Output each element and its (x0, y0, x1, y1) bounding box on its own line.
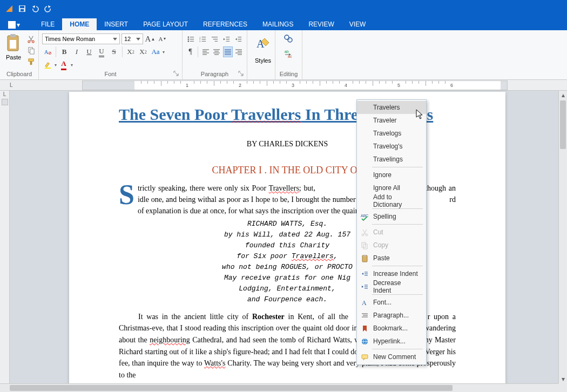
format-painter-icon[interactable] (26, 57, 36, 66)
superscript-button[interactable]: X2 (125, 46, 136, 57)
tab-insert[interactable]: INSERT (97, 18, 136, 30)
font-size-combo[interactable]: 12 (122, 33, 143, 44)
group-paragraph-label: Paragraph (186, 71, 244, 78)
svg-rect-2 (20, 6, 24, 8)
cut-icon[interactable] (26, 34, 36, 44)
highlight-color-button[interactable] (42, 59, 53, 70)
paste-button[interactable]: Paste (3, 32, 24, 62)
tab-page-layout[interactable]: PAGE LAYOUT (136, 18, 195, 30)
svg-point-63 (362, 234, 364, 236)
save-icon[interactable] (17, 4, 27, 13)
svg-text:⊘: ⊘ (48, 51, 51, 56)
cm-suggestion-4[interactable]: Travelings (357, 153, 426, 166)
vertical-ruler[interactable]: L (0, 91, 10, 383)
replace-icon[interactable]: abac (284, 48, 294, 59)
cut-icon (360, 228, 369, 236)
group-font-label: Font (42, 71, 179, 78)
document-page[interactable]: The Seven Poor Travellers In Three Chapt… (69, 92, 505, 383)
styles-button[interactable]: A Styles (251, 33, 275, 64)
grow-font-icon[interactable]: A▲ (145, 33, 156, 44)
comment-icon (360, 353, 369, 361)
paragraph-dialog-launcher[interactable] (238, 71, 245, 77)
v-scroll-thumb[interactable] (560, 100, 566, 149)
tab-view[interactable]: VIEW (342, 18, 374, 30)
tab-references[interactable]: REFERENCES (195, 18, 255, 30)
svg-point-57 (288, 38, 292, 42)
cm-spelling[interactable]: ABCSpelling (357, 210, 426, 223)
bold-button[interactable]: B (59, 46, 70, 57)
cm-paragraph[interactable]: Paragraph... (357, 309, 426, 322)
align-justify-button[interactable] (223, 46, 233, 57)
cm-suggestion-3[interactable]: Travelog's (357, 140, 426, 153)
multilevel-list-button[interactable] (210, 33, 220, 44)
scroll-corner (558, 383, 567, 392)
group-paragraph: 123 ¶ Paragraph (183, 30, 247, 79)
double-underline-button[interactable]: U (96, 46, 107, 57)
svg-point-9 (28, 40, 30, 43)
font-color-button[interactable]: A (58, 59, 69, 70)
svg-rect-68 (363, 255, 366, 256)
document-area: L The Seven Poor Travellers In Three Cha… (0, 91, 558, 383)
align-center-button[interactable] (212, 46, 221, 57)
context-menu: Travelers Traveler Travelogs Travelog's … (356, 99, 427, 365)
strikethrough-button[interactable]: S (109, 46, 119, 57)
clear-formatting-icon[interactable]: A⊘ (42, 46, 53, 57)
cm-hyperlink[interactable]: Hyperlink... (357, 335, 426, 348)
cm-add-dictionary[interactable]: Add to Dictionary (357, 194, 426, 207)
bullets-button[interactable] (186, 33, 196, 44)
cm-decrease-indent[interactable]: Decrease Indent (357, 280, 426, 293)
ruler-left-label: L (10, 82, 13, 88)
find-replace-icon[interactable] (284, 34, 294, 45)
numbering-button[interactable]: 123 (198, 33, 208, 44)
svg-line-58 (288, 39, 289, 40)
svg-rect-17 (44, 67, 50, 69)
cm-suggestion-1[interactable]: Traveler (357, 114, 426, 127)
decrease-indent-button[interactable] (221, 33, 232, 44)
group-editing-label: Editing (279, 71, 299, 78)
bookmark-icon (360, 324, 369, 333)
svg-rect-12 (30, 49, 34, 53)
tab-mailings[interactable]: MAILINGS (255, 18, 301, 30)
cm-suggestion-2[interactable]: Travelogs (357, 127, 426, 140)
font-dialog-launcher[interactable] (173, 71, 180, 77)
cm-suggestion-0[interactable]: Travelers (357, 101, 426, 114)
cm-paste[interactable]: Paste (357, 252, 426, 265)
vertical-scrollbar[interactable]: ▴ ▾ (558, 91, 567, 383)
cm-new-comment[interactable]: New Comment (357, 350, 426, 363)
redo-icon[interactable] (43, 4, 53, 13)
increase-indent-button[interactable] (233, 33, 244, 44)
shrink-font-icon[interactable]: A▼ (157, 33, 168, 44)
align-right-button[interactable] (234, 46, 244, 57)
group-clipboard-label: Clipboard (3, 71, 35, 78)
copy-icon (360, 241, 369, 249)
svg-point-18 (188, 36, 189, 37)
tab-home[interactable]: HOME (62, 18, 97, 30)
cm-font[interactable]: AFont... (357, 296, 426, 309)
font-icon: A (360, 298, 369, 307)
group-editing: abac Editing (275, 30, 302, 79)
horizontal-ruler[interactable]: L 123456 (0, 80, 567, 91)
tab-review[interactable]: REVIEW (301, 18, 341, 30)
svg-rect-13 (28, 58, 33, 61)
italic-button[interactable]: I (71, 46, 82, 57)
pilcrow-button[interactable]: ¶ (186, 46, 195, 57)
align-left-button[interactable] (201, 46, 210, 57)
svg-text:ac: ac (288, 55, 292, 58)
copy-icon[interactable] (26, 45, 36, 55)
undo-icon[interactable] (30, 4, 40, 13)
subscript-button[interactable]: X2 (138, 46, 148, 57)
cm-ignore[interactable]: Ignore (357, 168, 426, 181)
horizontal-scrollbar[interactable] (0, 383, 558, 392)
cm-bookmark[interactable]: Bookmark... (357, 322, 426, 335)
change-case-button[interactable]: Aa (150, 46, 161, 57)
tab-file[interactable]: FILE (33, 18, 62, 30)
font-name-combo[interactable]: Times New Roman (42, 33, 120, 44)
svg-text:ab: ab (285, 50, 289, 53)
underline-button[interactable]: U (84, 46, 94, 57)
cm-increase-indent[interactable]: Increase Indent (357, 267, 426, 280)
group-font: Times New Roman 12 A▲ A▼ A⊘ B I U U S X2… (39, 30, 183, 79)
cm-ignore-all[interactable]: Ignore All (357, 181, 426, 194)
file-menu-button[interactable]: ▾ (5, 19, 23, 30)
spellcheck-icon: ABC (360, 212, 369, 221)
h-scroll-thumb[interactable] (10, 385, 453, 391)
